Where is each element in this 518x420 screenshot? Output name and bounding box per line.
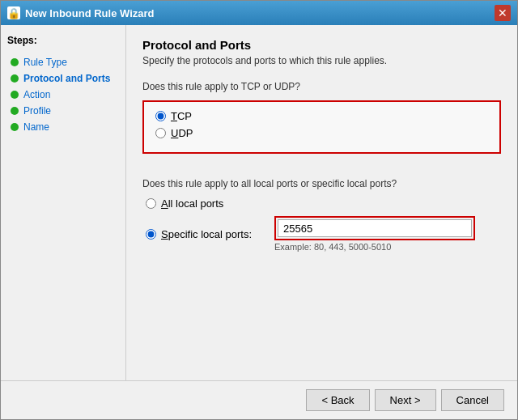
main-panel: Protocol and Ports Specify the protocols… [126,25,517,380]
tcp-label[interactable]: TCP [171,110,192,122]
udp-radio[interactable] [155,128,166,138]
protocol-question: Does this rule apply to TCP or UDP? [142,81,501,92]
port-input[interactable] [278,219,472,237]
window-icon: 🔒 [7,6,20,19]
all-ports-row: All local ports [146,197,501,210]
step-indicator-name [11,123,19,131]
sidebar-item-protocol-ports[interactable]: Protocol and Ports [7,70,119,87]
ports-section: Does this rule apply to all local ports … [142,178,501,258]
tcp-option-row: TCP [155,110,488,122]
steps-label: Steps: [7,35,119,46]
all-ports-label[interactable]: All local ports [161,197,223,210]
sidebar-item-name[interactable]: Name [7,119,119,135]
sidebar-item-label: Profile [23,105,51,117]
sidebar-item-rule-type[interactable]: Rule Type [7,54,119,70]
cancel-button[interactable]: Cancel [441,389,504,411]
specific-ports-label[interactable]: Specific local ports: [161,228,274,240]
sidebar: Steps: Rule Type Protocol and Ports Acti… [1,25,126,380]
back-button[interactable]: < Back [306,389,369,411]
footer: < Back Next > Cancel [1,380,517,419]
step-indicator-protocol-ports [11,74,19,83]
sidebar-item-profile[interactable]: Profile [7,103,119,119]
specific-ports-radio[interactable] [146,229,156,240]
page-title: Protocol and Ports [142,38,501,52]
udp-label[interactable]: UDP [171,127,193,139]
sidebar-item-label: Action [23,89,50,100]
close-button[interactable]: ✕ [495,5,511,21]
tcp-radio[interactable] [155,111,166,121]
ports-options: All local ports Specific local ports: [142,197,501,252]
ports-question: Does this rule apply to all local ports … [142,178,501,189]
sidebar-item-action[interactable]: Action [7,87,119,103]
udp-option-row: UDP [155,127,488,139]
step-indicator-profile [11,107,19,115]
specific-ports-row: Specific local ports: Example: 80, 443, … [146,216,501,252]
window-title: New Inbound Rule Wizard [25,7,155,19]
step-indicator-action [11,91,19,99]
sidebar-item-label: Protocol and Ports [23,73,110,84]
page-subtitle: Specify the protocols and ports to which… [142,55,501,66]
sidebar-item-label: Name [23,121,49,133]
title-bar: 🔒 New Inbound Rule Wizard ✕ [1,1,517,25]
next-button[interactable]: Next > [375,389,436,411]
port-example: Example: 80, 443, 5000-5010 [274,242,475,252]
all-ports-radio[interactable] [146,198,156,209]
port-input-box [274,216,475,240]
sidebar-item-label: Rule Type [23,57,67,68]
step-indicator-rule-type [11,58,19,66]
port-input-wrapper: Example: 80, 443, 5000-5010 [274,216,475,252]
protocol-options-box: TCP UDP [142,100,501,154]
